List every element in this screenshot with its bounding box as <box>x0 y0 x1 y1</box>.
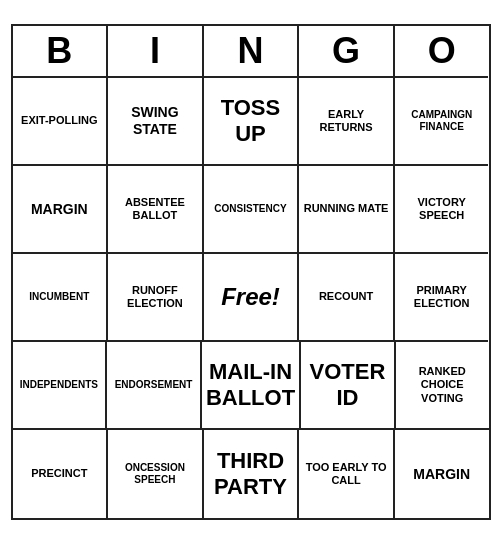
bingo-cell: CONSISTENCY <box>204 166 300 254</box>
bingo-header: BINGO <box>13 26 489 78</box>
header-letter: G <box>299 26 395 78</box>
bingo-cell: ENDORSEMENT <box>107 342 202 430</box>
bingo-row: INCUMBENTRUNOFF ELECTIONFree!RECOUNTPRIM… <box>13 254 489 342</box>
cell-text: ONCESSION SPEECH <box>112 462 198 486</box>
cell-text: MARGIN <box>413 466 470 483</box>
cell-text: CAMPAINGN FINANCE <box>399 109 485 133</box>
bingo-row: PRECINCTONCESSION SPEECHTHIRD PARTYTOO E… <box>13 430 489 518</box>
bingo-cell: TOSS UP <box>204 78 300 166</box>
cell-text: RUNNING MATE <box>304 202 389 215</box>
cell-text: THIRD PARTY <box>208 448 294 501</box>
bingo-cell: MARGIN <box>395 430 489 518</box>
cell-text: RECOUNT <box>319 290 373 303</box>
bingo-cell: VICTORY SPEECH <box>395 166 489 254</box>
bingo-cell: ONCESSION SPEECH <box>108 430 204 518</box>
bingo-cell: PRECINCT <box>13 430 109 518</box>
cell-text: MARGIN <box>31 201 88 218</box>
bingo-cell: RUNOFF ELECTION <box>108 254 204 342</box>
bingo-row: MARGINABSENTEE BALLOTCONSISTENCYRUNNING … <box>13 166 489 254</box>
bingo-cell: INDEPENDENTS <box>13 342 108 430</box>
bingo-cell: Free! <box>204 254 300 342</box>
cell-text: ABSENTEE BALLOT <box>112 196 198 222</box>
bingo-cell: TOO EARLY TO CALL <box>299 430 395 518</box>
bingo-cell: RANKED CHOICE VOTING <box>396 342 489 430</box>
bingo-row: INDEPENDENTSENDORSEMENTMAIL-IN BALLOTVOT… <box>13 342 489 430</box>
bingo-cell: PRIMARY ELECTION <box>395 254 489 342</box>
bingo-cell: THIRD PARTY <box>204 430 300 518</box>
cell-text: INDEPENDENTS <box>20 379 98 391</box>
bingo-cell: MARGIN <box>13 166 109 254</box>
bingo-cell: CAMPAINGN FINANCE <box>395 78 489 166</box>
cell-text: Free! <box>221 283 280 311</box>
cell-text: INCUMBENT <box>29 291 89 303</box>
header-letter: N <box>204 26 300 78</box>
cell-text: PRECINCT <box>31 467 87 480</box>
bingo-cell: EARLY RETURNS <box>299 78 395 166</box>
header-letter: I <box>108 26 204 78</box>
bingo-card: BINGO EXIT-POLLINGSWING STATETOSS UPEARL… <box>11 24 491 520</box>
cell-text: RUNOFF ELECTION <box>112 284 198 310</box>
cell-text: EARLY RETURNS <box>303 108 389 134</box>
cell-text: TOSS UP <box>208 95 294 148</box>
bingo-cell: RUNNING MATE <box>299 166 395 254</box>
bingo-cell: INCUMBENT <box>13 254 109 342</box>
cell-text: TOO EARLY TO CALL <box>303 461 389 487</box>
cell-text: RANKED CHOICE VOTING <box>400 365 485 405</box>
bingo-cell: VOTER ID <box>301 342 396 430</box>
cell-text: VICTORY SPEECH <box>399 196 485 222</box>
cell-text: SWING STATE <box>112 104 198 138</box>
cell-text: ENDORSEMENT <box>115 379 193 391</box>
bingo-cell: ABSENTEE BALLOT <box>108 166 204 254</box>
cell-text: CONSISTENCY <box>214 203 286 215</box>
cell-text: EXIT-POLLING <box>21 114 97 127</box>
bingo-cell: MAIL-IN BALLOT <box>202 342 301 430</box>
header-letter: B <box>13 26 109 78</box>
cell-text: PRIMARY ELECTION <box>399 284 485 310</box>
cell-text: VOTER ID <box>305 359 390 412</box>
bingo-cell: EXIT-POLLING <box>13 78 109 166</box>
bingo-cell: RECOUNT <box>299 254 395 342</box>
cell-text: MAIL-IN BALLOT <box>206 359 295 412</box>
bingo-row: EXIT-POLLINGSWING STATETOSS UPEARLY RETU… <box>13 78 489 166</box>
bingo-cell: SWING STATE <box>108 78 204 166</box>
header-letter: O <box>395 26 489 78</box>
bingo-grid: EXIT-POLLINGSWING STATETOSS UPEARLY RETU… <box>13 78 489 518</box>
